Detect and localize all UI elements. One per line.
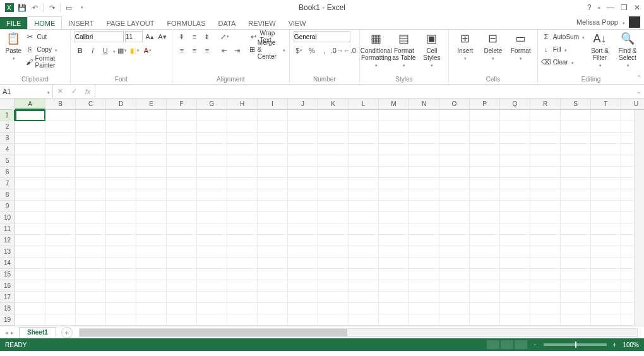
cell[interactable]: [45, 110, 76, 121]
comma-icon[interactable]: ,: [319, 45, 330, 56]
cell[interactable]: [561, 292, 591, 303]
cell[interactable]: [349, 258, 379, 269]
column-header[interactable]: M: [379, 98, 409, 110]
align-top-icon[interactable]: ⇞: [176, 31, 188, 42]
cell[interactable]: [45, 292, 76, 303]
cell[interactable]: [258, 314, 288, 326]
cell[interactable]: [136, 189, 167, 201]
cell[interactable]: [106, 189, 136, 201]
cell[interactable]: [76, 110, 106, 121]
cell[interactable]: [379, 189, 409, 201]
decrease-font-icon[interactable]: A▾: [157, 31, 168, 42]
underline-button[interactable]: U: [100, 45, 111, 56]
cell[interactable]: [136, 144, 167, 155]
cell[interactable]: [591, 235, 621, 246]
cell[interactable]: [197, 246, 227, 258]
cell[interactable]: [470, 303, 500, 314]
insert-cells-button[interactable]: ⊞Insert: [453, 31, 478, 62]
cell[interactable]: [409, 314, 439, 326]
fill-button[interactable]: ↓Fill: [542, 44, 585, 55]
align-middle-icon[interactable]: ≡: [189, 31, 200, 42]
cell[interactable]: [379, 292, 409, 303]
cell[interactable]: [167, 292, 197, 303]
conditional-formatting-button[interactable]: ▦Conditional Formatting: [364, 31, 389, 69]
cell[interactable]: [349, 303, 379, 314]
cell[interactable]: [288, 280, 318, 292]
cell[interactable]: [106, 178, 136, 189]
cell[interactable]: [318, 246, 349, 258]
help-icon[interactable]: ?: [587, 3, 592, 12]
cell[interactable]: [197, 235, 227, 246]
cell[interactable]: [136, 155, 167, 167]
cell[interactable]: [318, 212, 349, 223]
paste-button[interactable]: 📋 Paste: [4, 31, 23, 62]
cell[interactable]: [530, 167, 561, 178]
cell[interactable]: [379, 167, 409, 178]
cell[interactable]: [561, 189, 591, 201]
cell[interactable]: [409, 223, 439, 235]
cell[interactable]: [136, 201, 167, 212]
cell[interactable]: [136, 167, 167, 178]
cell[interactable]: [500, 201, 530, 212]
vertical-scrollbar[interactable]: [634, 110, 644, 326]
cell[interactable]: [136, 212, 167, 223]
column-header[interactable]: D: [106, 98, 136, 110]
cell[interactable]: [15, 258, 45, 269]
cell[interactable]: [439, 314, 470, 326]
column-header[interactable]: J: [288, 98, 318, 110]
cell[interactable]: [500, 133, 530, 144]
cell[interactable]: [258, 133, 288, 144]
cell[interactable]: [409, 201, 439, 212]
column-header[interactable]: K: [318, 98, 349, 110]
cell[interactable]: [349, 189, 379, 201]
cell[interactable]: [500, 121, 530, 133]
cell[interactable]: [15, 235, 45, 246]
cell[interactable]: [258, 201, 288, 212]
cell[interactable]: [500, 167, 530, 178]
cell[interactable]: [167, 303, 197, 314]
cell[interactable]: [439, 189, 470, 201]
cell[interactable]: [45, 280, 76, 292]
cell[interactable]: [197, 292, 227, 303]
cell[interactable]: [470, 292, 500, 303]
horizontal-scrollbar[interactable]: [79, 328, 638, 337]
cell[interactable]: [227, 303, 258, 314]
cell[interactable]: [530, 133, 561, 144]
format-as-table-button[interactable]: ▤Format as Table: [391, 31, 417, 69]
cell[interactable]: [318, 223, 349, 235]
row-header[interactable]: 8: [0, 189, 15, 201]
cell[interactable]: [76, 178, 106, 189]
cell[interactable]: [349, 314, 379, 326]
cell[interactable]: [76, 269, 106, 280]
cell[interactable]: [167, 280, 197, 292]
cell[interactable]: [288, 133, 318, 144]
cell[interactable]: [349, 280, 379, 292]
cell[interactable]: [15, 292, 45, 303]
cell[interactable]: [76, 189, 106, 201]
cell[interactable]: [258, 258, 288, 269]
cell[interactable]: [167, 235, 197, 246]
cell[interactable]: [500, 189, 530, 201]
cell[interactable]: [227, 189, 258, 201]
cell[interactable]: [439, 235, 470, 246]
cell[interactable]: [45, 178, 76, 189]
cell[interactable]: [15, 223, 45, 235]
cell[interactable]: [561, 133, 591, 144]
column-header[interactable]: F: [167, 98, 197, 110]
cell[interactable]: [530, 280, 561, 292]
align-center-icon[interactable]: ≡: [189, 45, 200, 56]
row-header[interactable]: 15: [0, 269, 15, 280]
cell[interactable]: [470, 212, 500, 223]
cell[interactable]: [591, 292, 621, 303]
decrease-decimal-icon[interactable]: ←.0: [344, 45, 355, 56]
cell[interactable]: [470, 189, 500, 201]
cell[interactable]: [258, 110, 288, 121]
cell[interactable]: [379, 178, 409, 189]
cell[interactable]: [591, 144, 621, 155]
percent-icon[interactable]: %: [306, 45, 318, 56]
collapse-ribbon-icon[interactable]: ˄: [637, 74, 640, 81]
cell[interactable]: [349, 269, 379, 280]
cell[interactable]: [349, 246, 379, 258]
cell[interactable]: [470, 178, 500, 189]
cell[interactable]: [349, 201, 379, 212]
